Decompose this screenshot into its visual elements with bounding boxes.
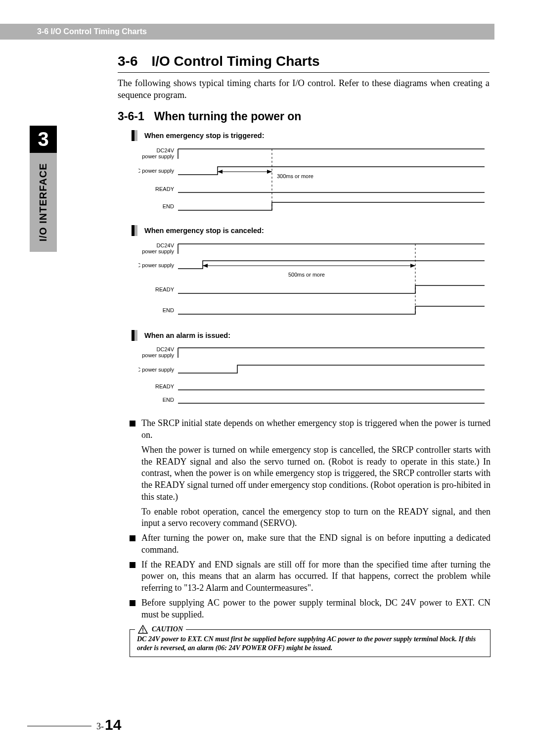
page-footer: 3- 14 <box>27 716 121 733</box>
subsection-title: When turning the power on <box>154 110 302 123</box>
note-item: After turning the power on, make sure th… <box>130 532 490 556</box>
sig3-ready: READY <box>155 383 175 389</box>
sig2-end: END <box>163 307 174 313</box>
sig-ac: AC power supply <box>138 168 174 174</box>
caution-label-wrap: CAUTION <box>135 625 186 634</box>
warning-triangle-icon <box>138 625 148 634</box>
note-3: If the READY and END signals are still o… <box>141 559 490 594</box>
sig3-dc24v: DC24V <box>157 346 175 352</box>
content-column: 3-6I/O Control Timing Charts The followi… <box>118 53 490 657</box>
chart-heading-2-text: When emergency stop is canceled: <box>144 227 264 235</box>
svg-marker-3 <box>410 264 415 268</box>
note-item: Before supplying AC power to the power s… <box>130 597 490 621</box>
heading-bar-grey-icon <box>134 130 137 141</box>
footer-chapter: 3- <box>96 721 104 732</box>
notes-list: The SRCP initial state depends on whethe… <box>130 418 490 620</box>
subsection-heading: 3-6-1When turning the power on <box>118 110 490 123</box>
breadcrumb: 3-6 I/O Control Timing Charts <box>37 27 147 36</box>
svg-marker-2 <box>203 264 208 268</box>
note-1: The SRCP initial state depends on whethe… <box>141 418 490 441</box>
chart-heading-1-text: When emergency stop is triggered: <box>144 132 265 140</box>
note-item: If the READY and END signals are still o… <box>130 559 490 594</box>
chapter-number: 3 <box>38 128 48 150</box>
caution-box: CAUTION DC 24V power to EXT. CN must fir… <box>130 629 490 657</box>
square-bullet-icon <box>130 421 135 426</box>
square-bullet-icon <box>130 535 135 541</box>
timing-chart-1: DC24V power supply AC power supply READY… <box>138 145 490 216</box>
footer-page: 14 <box>105 716 121 733</box>
footer-rule <box>27 726 91 726</box>
chart-heading-2: When emergency stop is canceled: <box>132 225 490 236</box>
sig3-end: END <box>163 397 174 403</box>
note-1-cont-1: When the power is turned on while emerge… <box>141 444 490 503</box>
chart-heading-3: When an alarm is issued: <box>132 330 490 341</box>
note-4: Before supplying AC power to the power s… <box>141 597 490 621</box>
sig-ready: READY <box>155 186 175 192</box>
chapter-label: I/O INTERFACE <box>38 163 49 242</box>
note-1-cont-2: To enable robot operation, cancel the em… <box>141 506 490 530</box>
heading-bar-grey-icon <box>134 330 137 341</box>
note-2: After turning the power on, make sure th… <box>141 532 490 556</box>
chart2-annotation: 500ms or more <box>288 272 325 278</box>
page-header: 3-6 I/O Control Timing Charts <box>0 24 494 40</box>
chapter-number-tab: 3 <box>30 126 57 153</box>
section-number: 3-6 <box>118 53 137 69</box>
section-heading: 3-6I/O Control Timing Charts <box>118 53 490 73</box>
svg-marker-1 <box>267 170 272 174</box>
heading-bar-grey-icon <box>134 225 137 236</box>
note-item: The SRCP initial state depends on whethe… <box>130 418 490 441</box>
chart-heading-1: When emergency stop is triggered: <box>132 130 490 141</box>
svg-point-6 <box>142 632 143 633</box>
timing-chart-3: DC24V power supply AC power supply READY… <box>138 345 490 409</box>
sig-dc24v: DC24V <box>157 147 175 153</box>
sig2-dc24v-2: power supply <box>142 248 174 254</box>
sig3-ac: AC power supply <box>138 367 174 373</box>
timing-chart-2: DC24V power supply AC power supply READY… <box>138 240 490 321</box>
sig2-dc24v: DC24V <box>157 242 175 248</box>
chart1-annotation: 300ms or more <box>277 173 313 179</box>
chapter-label-tab: I/O INTERFACE <box>30 153 57 252</box>
sig2-ready: READY <box>155 286 175 292</box>
sig3-dc24v-2: power supply <box>142 352 174 358</box>
sig2-ac: AC power supply <box>138 262 174 268</box>
sig-end: END <box>163 203 174 209</box>
sig-dc24v-2: power supply <box>142 153 174 159</box>
subsection-number: 3-6-1 <box>118 110 144 123</box>
square-bullet-icon <box>130 562 135 568</box>
section-intro: The following shows typical timing chart… <box>118 78 490 101</box>
caution-text: DC 24V power to EXT. CN must first be su… <box>137 635 476 652</box>
svg-marker-0 <box>218 170 222 174</box>
chart-heading-3-text: When an alarm is issued: <box>144 331 230 339</box>
caution-label: CAUTION <box>152 625 183 634</box>
square-bullet-icon <box>130 600 135 606</box>
section-title: I/O Control Timing Charts <box>151 53 319 69</box>
